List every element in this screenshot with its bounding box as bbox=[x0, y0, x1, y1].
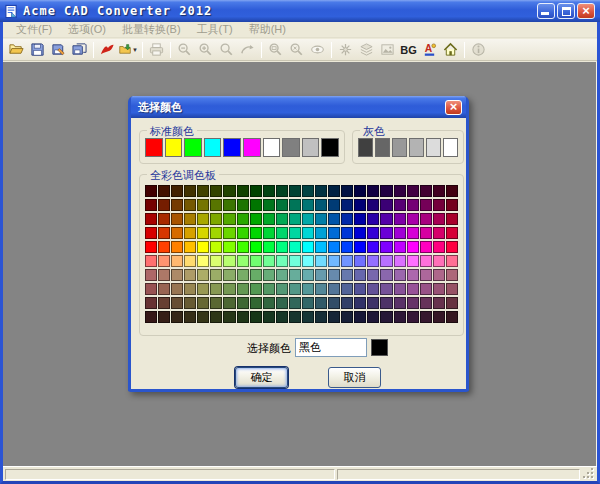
pan-icon[interactable] bbox=[237, 40, 258, 59]
palette-color-cell[interactable] bbox=[328, 241, 340, 253]
palette-color-cell[interactable] bbox=[380, 227, 392, 239]
palette-color-cell[interactable] bbox=[250, 255, 262, 267]
palette-color-cell[interactable] bbox=[197, 227, 209, 239]
palette-color-cell[interactable] bbox=[367, 227, 379, 239]
palette-color-cell[interactable] bbox=[302, 227, 314, 239]
palette-color-cell[interactable] bbox=[341, 269, 353, 281]
palette-color-cell[interactable] bbox=[367, 213, 379, 225]
palette-color-cell[interactable] bbox=[289, 255, 301, 267]
selected-color-input[interactable] bbox=[295, 338, 367, 357]
palette-color-cell[interactable] bbox=[276, 297, 288, 309]
palette-color-cell[interactable] bbox=[407, 255, 419, 267]
zoom-in-icon[interactable] bbox=[195, 40, 216, 59]
palette-color-cell[interactable] bbox=[158, 213, 170, 225]
palette-color-cell[interactable] bbox=[223, 269, 235, 281]
palette-color-cell[interactable] bbox=[237, 213, 249, 225]
palette-color-cell[interactable] bbox=[446, 199, 458, 211]
palette-color-cell[interactable] bbox=[171, 283, 183, 295]
palette-color-cell[interactable] bbox=[158, 199, 170, 211]
palette-color-cell[interactable] bbox=[315, 199, 327, 211]
palette-color-cell[interactable] bbox=[328, 255, 340, 267]
zoom-extents-icon[interactable] bbox=[286, 40, 307, 59]
palette-color-cell[interactable] bbox=[328, 227, 340, 239]
palette-color-cell[interactable] bbox=[171, 297, 183, 309]
palette-color-cell[interactable] bbox=[250, 199, 262, 211]
palette-color-cell[interactable] bbox=[197, 297, 209, 309]
palette-color-cell[interactable] bbox=[158, 185, 170, 197]
palette-color-cell[interactable] bbox=[420, 227, 432, 239]
palette-color-cell[interactable] bbox=[367, 185, 379, 197]
save-all-icon[interactable] bbox=[69, 40, 90, 59]
palette-color-cell[interactable] bbox=[171, 255, 183, 267]
palette-color-cell[interactable] bbox=[433, 297, 445, 309]
palette-color-cell[interactable] bbox=[197, 241, 209, 253]
palette-color-cell[interactable] bbox=[197, 311, 209, 323]
palette-color-cell[interactable] bbox=[223, 227, 235, 239]
palette-color-cell[interactable] bbox=[328, 283, 340, 295]
palette-color-cell[interactable] bbox=[276, 269, 288, 281]
palette-color-cell[interactable] bbox=[289, 311, 301, 323]
gray-color-swatch[interactable] bbox=[375, 138, 390, 157]
palette-color-cell[interactable] bbox=[210, 213, 222, 225]
ok-button[interactable]: 确定 bbox=[235, 367, 288, 388]
standard-color-swatch[interactable] bbox=[302, 138, 320, 157]
palette-color-cell[interactable] bbox=[197, 283, 209, 295]
palette-color-cell[interactable] bbox=[446, 213, 458, 225]
palette-color-cell[interactable] bbox=[302, 185, 314, 197]
palette-color-cell[interactable] bbox=[197, 269, 209, 281]
palette-color-cell[interactable] bbox=[237, 227, 249, 239]
palette-color-cell[interactable] bbox=[276, 311, 288, 323]
cancel-button[interactable]: 取消 bbox=[328, 367, 381, 388]
palette-color-cell[interactable] bbox=[433, 255, 445, 267]
palette-color-cell[interactable] bbox=[302, 269, 314, 281]
palette-color-cell[interactable] bbox=[315, 185, 327, 197]
palette-color-cell[interactable] bbox=[394, 297, 406, 309]
palette-color-cell[interactable] bbox=[394, 241, 406, 253]
palette-color-cell[interactable] bbox=[367, 199, 379, 211]
palette-color-cell[interactable] bbox=[446, 241, 458, 253]
palette-color-cell[interactable] bbox=[237, 283, 249, 295]
palette-color-cell[interactable] bbox=[184, 283, 196, 295]
palette-color-cell[interactable] bbox=[289, 241, 301, 253]
palette-color-cell[interactable] bbox=[446, 311, 458, 323]
palette-color-cell[interactable] bbox=[276, 213, 288, 225]
palette-color-cell[interactable] bbox=[328, 185, 340, 197]
palette-color-cell[interactable] bbox=[420, 185, 432, 197]
palette-color-cell[interactable] bbox=[263, 255, 275, 267]
palette-color-cell[interactable] bbox=[223, 185, 235, 197]
palette-color-cell[interactable] bbox=[237, 269, 249, 281]
palette-color-cell[interactable] bbox=[210, 297, 222, 309]
palette-color-cell[interactable] bbox=[433, 227, 445, 239]
palette-color-cell[interactable] bbox=[158, 255, 170, 267]
palette-color-cell[interactable] bbox=[341, 227, 353, 239]
minimize-button[interactable] bbox=[537, 3, 555, 19]
palette-color-cell[interactable] bbox=[380, 255, 392, 267]
standard-color-swatch[interactable] bbox=[165, 138, 183, 157]
output-folder-icon[interactable]: ▼ bbox=[118, 40, 139, 59]
palette-color-cell[interactable] bbox=[380, 199, 392, 211]
gray-color-swatch[interactable] bbox=[426, 138, 441, 157]
print-icon[interactable] bbox=[146, 40, 167, 59]
palette-color-cell[interactable] bbox=[210, 241, 222, 253]
palette-color-cell[interactable] bbox=[145, 185, 157, 197]
palette-color-cell[interactable] bbox=[407, 227, 419, 239]
palette-color-cell[interactable] bbox=[263, 199, 275, 211]
palette-color-cell[interactable] bbox=[394, 227, 406, 239]
palette-color-cell[interactable] bbox=[420, 269, 432, 281]
palette-color-cell[interactable] bbox=[250, 185, 262, 197]
palette-color-cell[interactable] bbox=[407, 185, 419, 197]
palette-color-cell[interactable] bbox=[223, 241, 235, 253]
palette-color-cell[interactable] bbox=[263, 213, 275, 225]
palette-color-cell[interactable] bbox=[250, 297, 262, 309]
palette-color-cell[interactable] bbox=[315, 311, 327, 323]
save-icon[interactable] bbox=[27, 40, 48, 59]
palette-color-cell[interactable] bbox=[315, 283, 327, 295]
palette-color-cell[interactable] bbox=[394, 255, 406, 267]
palette-color-cell[interactable] bbox=[367, 241, 379, 253]
palette-color-cell[interactable] bbox=[250, 283, 262, 295]
palette-color-cell[interactable] bbox=[171, 269, 183, 281]
standard-color-swatch[interactable] bbox=[263, 138, 281, 157]
palette-color-cell[interactable] bbox=[145, 311, 157, 323]
palette-color-cell[interactable] bbox=[407, 311, 419, 323]
standard-color-swatch[interactable] bbox=[184, 138, 202, 157]
